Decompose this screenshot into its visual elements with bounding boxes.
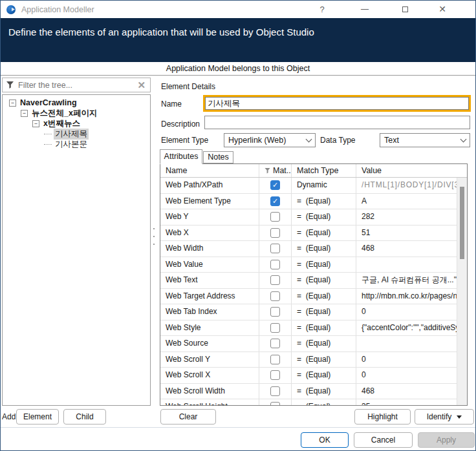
checkbox-unchecked-icon[interactable] — [270, 307, 280, 317]
checkbox-unchecked-icon[interactable] — [270, 402, 280, 406]
match-type[interactable]: = (Equal) — [292, 304, 356, 320]
match-type[interactable]: = (Equal) — [292, 320, 356, 336]
table-row[interactable]: Web Value= (Equal) — [160, 257, 467, 273]
element-tree[interactable]: −NaverCrawling−뉴스전체_x페이지−x번째뉴스기사제목기사본문 — [2, 94, 151, 406]
table-row[interactable]: Web Style= (Equal){"accentColor":"","add… — [160, 320, 467, 337]
tree-item[interactable]: 기사본문 — [3, 139, 150, 149]
tree-collapse-icon[interactable]: − — [9, 100, 16, 107]
identify-button[interactable]: Identify — [415, 409, 474, 425]
table-row[interactable]: Web X= (Equal)51 — [160, 226, 467, 242]
attribute-value[interactable]: 468 — [356, 241, 467, 257]
add-child-button[interactable]: Child — [63, 409, 106, 425]
tree-item[interactable]: −뉴스전체_x페이지 — [3, 108, 150, 118]
data-type-select[interactable]: Text — [380, 133, 470, 147]
table-row[interactable]: Web Source= (Equal) — [160, 336, 467, 352]
attribute-value[interactable]: /HTML[1]/BODY[1]/DIV[3]/DI... — [356, 178, 467, 193]
name-input[interactable] — [205, 97, 469, 110]
table-row[interactable]: Web Text= (Equal)구글, AI 슈퍼컴퓨터 공개..."... — [160, 273, 467, 289]
tab-notes[interactable]: Notes — [203, 151, 233, 163]
match-type[interactable]: = (Equal) — [292, 273, 356, 288]
highlight-button[interactable]: Highlight — [354, 409, 411, 425]
column-header-name[interactable]: Name — [160, 164, 259, 177]
checkbox-unchecked-icon[interactable] — [270, 212, 280, 222]
table-row[interactable]: Web Y= (Equal)282 — [160, 209, 467, 226]
checkbox-unchecked-icon[interactable] — [270, 275, 280, 285]
attribute-value[interactable]: A — [356, 194, 467, 209]
tree-item-label[interactable]: NaverCrawling — [19, 98, 78, 107]
table-row[interactable]: Web Scroll Width= (Equal)468 — [160, 384, 467, 400]
table-row[interactable]: Web Width= (Equal)468 — [160, 241, 467, 257]
maximize-button[interactable] — [395, 1, 415, 18]
attribute-value[interactable]: http://mbn.mk.co.kr/pages/n... — [356, 289, 467, 304]
tree-item-label[interactable]: 뉴스전체_x페이지 — [30, 108, 98, 119]
match-type[interactable]: Dynamic — [292, 178, 356, 193]
tree-item-label[interactable]: 기사본문 — [54, 139, 89, 150]
minimize-button[interactable]: — — [355, 1, 374, 18]
attribute-value[interactable]: 282 — [356, 209, 467, 225]
attribute-value[interactable]: 468 — [356, 384, 467, 399]
table-scrollbar[interactable] — [457, 178, 467, 405]
checkbox-unchecked-icon[interactable] — [270, 244, 280, 253]
tree-item[interactable]: 기사제목 — [3, 129, 150, 139]
ok-button[interactable]: OK — [301, 432, 349, 448]
table-row[interactable]: Web Element Type✓= (Equal)A — [160, 194, 467, 210]
match-type[interactable]: = (Equal) — [292, 399, 356, 406]
table-row[interactable]: Web Scroll X= (Equal)0 — [160, 368, 467, 384]
attribute-value[interactable] — [356, 336, 467, 351]
attribute-value[interactable]: 0 — [356, 352, 467, 368]
help-button[interactable]: ? — [312, 1, 332, 18]
checkbox-unchecked-icon[interactable] — [270, 323, 280, 333]
match-type[interactable]: = (Equal) — [292, 336, 356, 351]
attribute-value[interactable]: 구글, AI 슈퍼컴퓨터 공개..."... — [356, 273, 467, 288]
add-element-button[interactable]: Element — [16, 409, 59, 425]
checkbox-unchecked-icon[interactable] — [270, 355, 280, 364]
match-type[interactable]: = (Equal) — [292, 352, 356, 368]
checkbox-unchecked-icon[interactable] — [270, 228, 280, 238]
table-row[interactable]: Web Target Address= (Equal)http://mbn.mk… — [160, 289, 467, 305]
attribute-value[interactable]: 0 — [356, 304, 467, 320]
attribute-value[interactable]: 51 — [356, 226, 467, 241]
column-header-value[interactable]: Value — [356, 164, 467, 177]
cancel-button[interactable]: Cancel — [354, 432, 413, 448]
checkbox-unchecked-icon[interactable] — [270, 386, 280, 396]
attribute-value[interactable]: {"accentColor":"","additiveSy... — [356, 320, 467, 336]
description-input[interactable] — [204, 116, 470, 129]
table-row[interactable]: Web Scroll Y= (Equal)0 — [160, 352, 467, 368]
column-header-match-type[interactable]: Match Type — [292, 164, 356, 177]
apply-button[interactable]: Apply — [418, 432, 475, 448]
column-header-match[interactable]: Mat... — [259, 164, 292, 177]
checkbox-checked-icon[interactable]: ✓ — [270, 196, 280, 206]
close-button[interactable]: ✕ — [433, 1, 452, 18]
match-type[interactable]: = (Equal) — [292, 209, 356, 225]
attribute-value[interactable] — [356, 257, 467, 273]
filter-clear-icon[interactable]: ✕ — [137, 79, 146, 91]
tree-filter-bar[interactable]: Filter the tree... ✕ — [2, 78, 151, 92]
panel-splitter[interactable] — [153, 228, 155, 251]
tree-item[interactable]: −x번째뉴스 — [3, 118, 150, 129]
attribute-value[interactable]: 0 — [356, 368, 467, 383]
match-type[interactable]: = (Equal) — [292, 384, 356, 399]
table-row[interactable]: Web Tab Index= (Equal)0 — [160, 304, 467, 320]
match-type[interactable]: = (Equal) — [292, 257, 356, 273]
checkbox-unchecked-icon[interactable] — [270, 291, 280, 301]
tree-item[interactable]: −NaverCrawling — [3, 98, 150, 108]
tree-item-label[interactable]: x번째뉴스 — [42, 118, 81, 129]
tree-collapse-icon[interactable]: − — [32, 120, 39, 127]
checkbox-unchecked-icon[interactable] — [270, 370, 280, 380]
match-type[interactable]: = (Equal) — [292, 241, 356, 257]
table-row[interactable]: Web Path/XPath✓Dynamic/HTML[1]/BODY[1]/D… — [160, 178, 467, 194]
attribute-value[interactable]: 35 — [356, 399, 467, 406]
element-type-select[interactable]: Hyperlink (Web) — [224, 133, 316, 147]
tab-attributes[interactable]: Attributes — [160, 149, 202, 164]
clear-button[interactable]: Clear — [160, 409, 216, 425]
tree-filter-input[interactable]: Filter the tree... — [18, 81, 137, 90]
table-row[interactable]: Web Scroll Height= (Equal)35 — [160, 399, 467, 406]
checkbox-checked-icon[interactable]: ✓ — [270, 180, 280, 190]
checkbox-unchecked-icon[interactable] — [270, 260, 280, 269]
match-type[interactable]: = (Equal) — [292, 368, 356, 383]
tree-collapse-icon[interactable]: − — [21, 110, 28, 117]
scrollbar-thumb[interactable] — [460, 187, 464, 259]
match-type[interactable]: = (Equal) — [292, 194, 356, 209]
checkbox-unchecked-icon[interactable] — [270, 339, 280, 348]
tree-item-label[interactable]: 기사제목 — [54, 129, 89, 140]
